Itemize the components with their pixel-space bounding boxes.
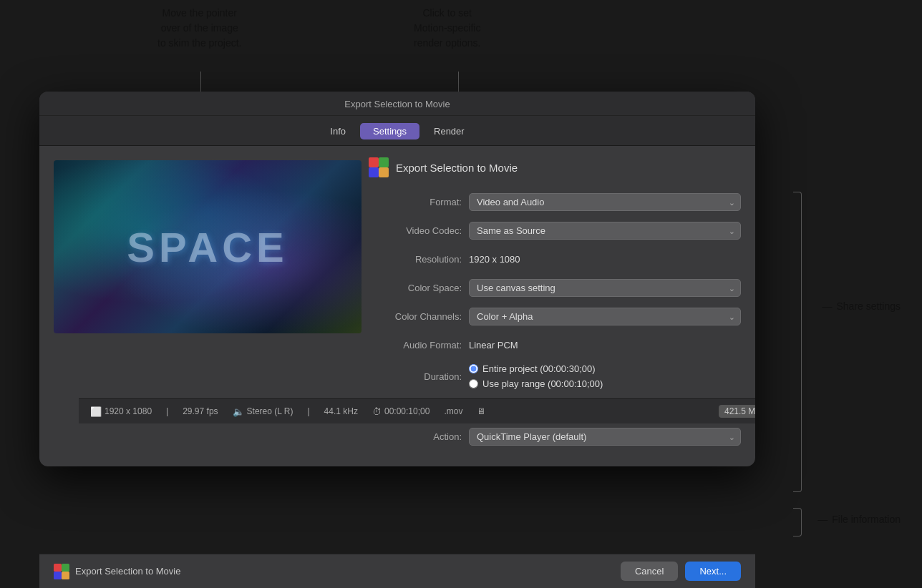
ext-badge: .mov [444,406,462,416]
status-separator-1: | [166,406,168,416]
footer-motion-icon [54,564,69,579]
video-codec-select-wrapper: Same as Source H.264 H.265 (HEVC) ProRes… [469,222,741,240]
cancel-button[interactable]: Cancel [621,562,678,581]
svg-rect-3 [379,167,389,177]
audio-format-row: Audio Format: Linear PCM [369,335,741,355]
duration-radio-row-1: Entire project (00:00:30;00) [469,363,603,374]
status-sample-rate: 44.1 kHz [324,406,358,416]
file-extension: .mov [444,406,462,416]
dialog-title: Export Selection to Movie [344,99,450,109]
format-select-wrapper: Video and Audio Video Only Audio Only [469,193,741,211]
video-codec-row: Video Codec: Same as Source H.264 H.265 … [369,220,741,240]
share-settings-label: — Share settings [822,300,901,312]
file-size-badge: 421.5 MB est. [719,405,755,418]
tab-settings[interactable]: Settings [360,123,419,139]
dialog-footer: Export Selection to Movie Cancel Next... [39,554,755,588]
status-resolution-value: 1920 x 1080 [105,406,152,416]
export-header-title: Export Selection to Movie [396,162,518,174]
export-dialog: Export Selection to Movie Info Settings … [39,92,755,466]
next-button[interactable]: Next... [685,562,741,581]
footer-icon-label: Export Selection to Movie [54,564,180,579]
video-codec-label: Video Codec: [369,225,469,236]
svg-rect-0 [369,157,379,167]
action-select[interactable]: QuickTime Player (default) Save to Folde… [469,428,741,446]
color-channels-row: Color Channels: Color + Alpha Color Stra… [369,306,741,326]
status-audio-value: Stereo (L R) [247,406,293,416]
resolution-label: Resolution: [369,254,469,265]
file-info-label: — File information [817,514,901,525]
color-channels-select-wrapper: Color + Alpha Color Straight Alpha [469,308,741,325]
format-row: Format: Video and Audio Video Only Audio… [369,192,741,212]
format-select[interactable]: Video and Audio Video Only Audio Only [469,193,741,211]
status-duration-value: 00:00:10;00 [384,406,430,416]
color-space-select[interactable]: Use canvas setting SDR - Rec. 709 HDR - … [469,279,741,297]
resolution-row: Resolution: 1920 x 1080 [369,249,741,269]
status-resolution: ⬜ 1920 x 1080 [90,406,152,417]
audio-icon: 🔈 [233,406,244,417]
duration-radio-entire[interactable] [469,364,478,373]
share-settings-bracket [793,192,802,492]
color-space-label: Color Space: [369,283,469,293]
clock-icon: ⏱ [372,406,382,417]
status-separator-2: | [307,406,309,416]
color-channels-label: Color Channels: [369,311,469,322]
export-header: Export Selection to Movie [369,157,741,177]
duration-play-range-label: Use play range (00:00:10;00) [482,378,603,389]
status-audio: 🔈 Stereo (L R) [233,406,293,417]
audio-format-value: Linear PCM [469,340,518,351]
footer-buttons: Cancel Next... [621,562,741,581]
svg-rect-2 [369,167,379,177]
resolution-value: 1920 x 1080 [469,254,520,265]
tab-render[interactable]: Render [421,123,477,139]
duration-row: Duration: Entire project (00:00:30;00) U… [369,363,741,389]
action-select-wrapper: QuickTime Player (default) Save to Folde… [469,428,741,446]
svg-rect-7 [62,572,69,579]
format-label: Format: [369,197,469,207]
left-annotation: Move the pointer over of the image to sk… [157,6,242,51]
color-space-row: Color Space: Use canvas setting SDR - Re… [369,278,741,298]
duration-radio-group: Entire project (00:00:30;00) Use play ra… [469,363,603,389]
audio-format-label: Audio Format: [369,340,469,351]
duration-label: Duration: [369,371,469,382]
svg-rect-6 [54,572,62,579]
preview-space-text: SPACE [127,223,288,271]
tab-bar: Info Settings Render [39,116,755,146]
action-row: Action: QuickTime Player (default) Save … [369,426,741,446]
tab-info[interactable]: Info [317,123,359,139]
status-display-icon: 🖥 [477,406,485,416]
footer-title: Export Selection to Movie [75,566,180,577]
preview-image[interactable]: SPACE [54,160,361,333]
svg-rect-4 [54,564,62,572]
duration-radio-play-range[interactable] [469,379,478,388]
status-fps: 29.97 fps [183,406,218,416]
svg-rect-1 [379,157,389,167]
color-space-select-wrapper: Use canvas setting SDR - Rec. 709 HDR - … [469,279,741,297]
video-codec-select[interactable]: Same as Source H.264 H.265 (HEVC) ProRes… [469,222,741,240]
color-channels-select[interactable]: Color + Alpha Color Straight Alpha [469,308,741,325]
duration-radio-row-2: Use play range (00:00:10;00) [469,378,603,389]
status-bar: ⬜ 1920 x 1080 | 29.97 fps 🔈 Stereo (L R)… [79,398,755,423]
dialog-titlebar: Export Selection to Movie [39,92,755,116]
status-duration: ⏱ 00:00:10;00 [372,406,430,417]
duration-entire-label: Entire project (00:00:30;00) [482,363,596,374]
motion-app-icon [369,157,389,177]
file-info-bracket [793,508,802,536]
action-label: Action: [369,431,469,442]
right-annotation: Click to set Motion-specific render opti… [414,6,480,51]
svg-rect-5 [62,564,69,572]
resolution-icon: ⬜ [90,406,102,417]
